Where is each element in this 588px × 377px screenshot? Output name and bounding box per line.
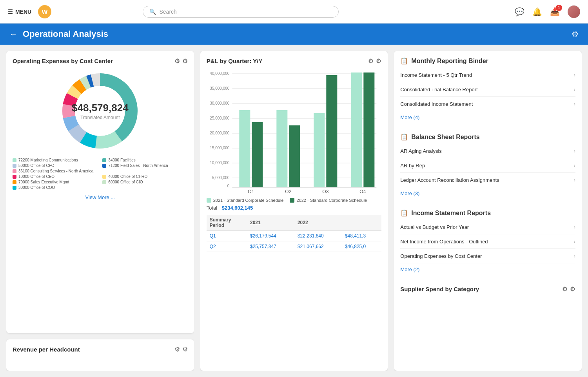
svg-text:Q3: Q3 xyxy=(322,189,328,193)
report-label: Consolidated Income Statement xyxy=(400,101,473,107)
svg-text:w: w xyxy=(42,8,48,16)
revenue-title: Revenue per Headcount xyxy=(13,346,80,353)
income-statement-header: 📋 Income Statement Reports xyxy=(400,209,575,217)
chat-icon[interactable]: 💬 xyxy=(515,7,524,16)
filter-icon[interactable]: ⚙ xyxy=(562,285,568,293)
legend-2022: 2022 - Standard Corporate Schedule xyxy=(290,198,367,203)
settings-card-icon[interactable]: ⚙ xyxy=(182,57,188,65)
legend-color xyxy=(13,158,16,162)
table-row: Q1 $26,179,544 $22,231,840 $48,411,3 xyxy=(207,231,382,241)
bar-q2-2021[interactable] xyxy=(276,110,287,187)
legend-item: 71200 Field Sales - North America xyxy=(102,163,187,168)
chevron-right-icon: › xyxy=(573,162,575,169)
view-more-button[interactable]: View More ... xyxy=(13,194,188,200)
report-label: Net Income from Operations - Outlined xyxy=(400,239,488,245)
legend-color xyxy=(102,158,106,162)
legend-item: 72200 Marketing Communications xyxy=(13,158,98,162)
report-item-income-trend[interactable]: Income Statement - 5 Qtr Trend › xyxy=(400,68,575,82)
menu-button[interactable]: ☰ MENU xyxy=(8,9,31,15)
legend-item: 30000 Office of COO xyxy=(13,185,98,190)
monthly-binder-more[interactable]: More (4) xyxy=(400,111,575,123)
revenue-card: Revenue per Headcount ⚙ ⚙ xyxy=(6,339,194,371)
menu-label: MENU xyxy=(15,9,31,15)
svg-text:20,000,000: 20,000,000 xyxy=(210,131,229,135)
chevron-right-icon: › xyxy=(573,177,575,183)
period-q1[interactable]: Q1 xyxy=(207,231,247,241)
report-item-net-income[interactable]: Net Income from Operations - Outlined › xyxy=(400,234,575,249)
legend-color xyxy=(102,175,106,179)
legend-item: 34000 Facilities xyxy=(102,158,187,162)
legend-item: 50000 Office of CFO xyxy=(13,163,98,168)
legend-item: 70000 Sales Executive Mgmt xyxy=(13,180,98,184)
legend-item: 40000 Office of CHRO xyxy=(102,174,187,179)
svg-text:Q2: Q2 xyxy=(285,189,291,193)
inbox-icon[interactable]: 📥 1 xyxy=(550,7,560,16)
report-label: Ledger Account Reconciliation Assignment… xyxy=(400,177,499,183)
col-total xyxy=(342,215,381,231)
legend-color-2021 xyxy=(207,198,211,203)
report-item-opex-cost-center[interactable]: Operating Expenses by Cost Center › xyxy=(400,249,575,263)
chart-legend: 2021 - Standard Corporate Schedule 2022 … xyxy=(207,198,382,203)
report-item-actual-vs-budget[interactable]: Actual vs Budget vs Prior Year › xyxy=(400,220,575,234)
svg-text:10,000,000: 10,000,000 xyxy=(210,161,229,165)
income-icon: 📋 xyxy=(400,209,408,217)
search-bar[interactable]: 🔍 Search xyxy=(143,6,339,18)
binder-icon: 📋 xyxy=(400,57,408,65)
report-item-ar-rep[interactable]: AR by Rep › xyxy=(400,158,575,173)
revenue-card-icons[interactable]: ⚙ ⚙ xyxy=(174,346,188,353)
total-line: Total $234,602,145 xyxy=(207,205,382,211)
donut-label: Translated Amount xyxy=(72,115,129,120)
bar-q4-2022[interactable] xyxy=(363,72,374,187)
legend-item xyxy=(102,169,187,173)
settings-icon[interactable]: ⚙ xyxy=(182,346,188,353)
bar-q3-2022[interactable] xyxy=(326,75,337,187)
summary-table: SummaryPeriod 2021 2022 Q1 $26,179,544 $… xyxy=(207,215,382,252)
income-statement-title: Income Statement Reports xyxy=(411,210,491,217)
balance-icon: 📋 xyxy=(400,133,408,141)
svg-text:30,000,000: 30,000,000 xyxy=(210,101,229,105)
bar-q1-2021[interactable] xyxy=(239,110,250,187)
svg-text:40,000,000: 40,000,000 xyxy=(210,71,229,76)
legend-label-2022: 2022 - Standard Corporate Schedule xyxy=(296,198,367,203)
filter-icon[interactable]: ⚙ xyxy=(174,57,180,65)
chevron-right-icon: › xyxy=(573,72,575,78)
chevron-right-icon: › xyxy=(573,101,575,107)
supplier-title: Supplier Spend by Category xyxy=(400,286,479,292)
avatar[interactable] xyxy=(568,5,580,18)
report-item-income-statement[interactable]: Consolidated Income Statement › xyxy=(400,97,575,111)
filter-icon[interactable]: ⚙ xyxy=(174,346,180,353)
back-button[interactable]: ← xyxy=(9,30,17,39)
supplier-card-icons[interactable]: ⚙ ⚙ xyxy=(562,285,575,293)
report-label: Consolidated Trial Balance Report xyxy=(400,87,477,92)
balance-sheet-more[interactable]: More (3) xyxy=(400,187,575,199)
workday-logo: w xyxy=(38,5,52,19)
filter-icon[interactable]: ⚙ xyxy=(368,57,374,65)
bar-q4-2021[interactable] xyxy=(351,72,362,187)
supplier-card-header: Supplier Spend by Category ⚙ ⚙ xyxy=(400,285,575,293)
bar-q2-2022[interactable] xyxy=(289,125,300,187)
legend-color xyxy=(13,186,16,190)
income-statement-more[interactable]: More (2) xyxy=(400,263,575,276)
balance-sheet-title: Balance Sheet Reports xyxy=(411,134,479,141)
bar-chart: 40,000,000 35,000,000 30,000,000 25,000,… xyxy=(207,68,382,195)
pl-title: P&L by Quarter: Y/Y xyxy=(207,58,263,64)
settings-card-icon[interactable]: ⚙ xyxy=(570,285,575,293)
settings-icon[interactable]: ⚙ xyxy=(572,29,579,39)
bar-q1-2022[interactable] xyxy=(252,122,263,187)
report-item-ar-aging[interactable]: AR Aging Analysis › xyxy=(400,144,575,158)
settings-card-icon[interactable]: ⚙ xyxy=(376,57,381,65)
report-item-ledger-recon[interactable]: Ledger Account Reconciliation Assignment… xyxy=(400,173,575,187)
divider xyxy=(400,130,575,130)
bell-icon[interactable]: 🔔 xyxy=(532,7,542,16)
bar-q3-2021[interactable] xyxy=(314,113,325,187)
opex-card-icons[interactable]: ⚙ ⚙ xyxy=(174,57,188,65)
top-nav: ☰ MENU w 🔍 Search 💬 🔔 📥 1 xyxy=(0,0,588,24)
legend-color xyxy=(102,164,106,168)
pl-card-icons[interactable]: ⚙ ⚙ xyxy=(368,57,381,65)
opex-card: Operating Expenses by Cost Center ⚙ ⚙ xyxy=(6,51,194,333)
reports-card: 📋 Monthly Reporting Binder Income Statem… xyxy=(394,51,582,371)
report-item-trial-balance[interactable]: Consolidated Trial Balance Report › xyxy=(400,82,575,97)
period-q2[interactable]: Q2 xyxy=(207,241,247,252)
chevron-right-icon: › xyxy=(573,238,575,245)
chevron-right-icon: › xyxy=(573,224,575,230)
